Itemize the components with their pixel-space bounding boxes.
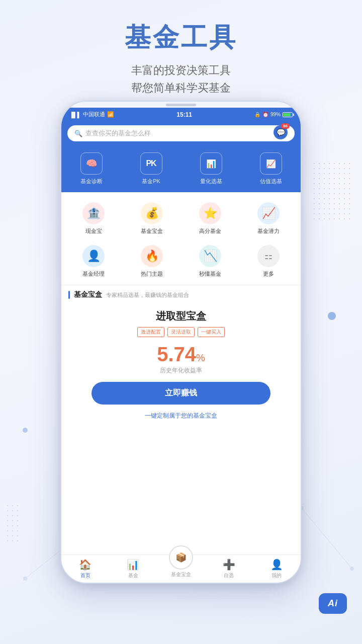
section-title: 基金宝盒 — [74, 290, 102, 299]
tool-label-valuation: 估值选基 — [260, 178, 282, 185]
nav-label-fund: 基金 — [128, 572, 138, 579]
battery-percent: 99% — [270, 112, 281, 117]
nav-label-watchlist: 自选 — [224, 572, 234, 579]
tool-label-quant: 量化选基 — [200, 178, 222, 185]
page-subtitle: 丰富的投资决策工具 帮您简单科学买基金 — [0, 61, 362, 97]
quick-icon-understand: 📉 — [199, 245, 221, 267]
quick-item-hot[interactable]: 🔥 热门主题 — [124, 242, 180, 283]
tool-item-pk[interactable]: PK 基金PK — [121, 152, 181, 185]
quick-label-potential: 基金潜力 — [257, 227, 280, 235]
tool-label-pk: 基金PK — [142, 178, 160, 185]
signal-icon: ▐▌▌ — [69, 112, 81, 118]
nav-item-fundbox[interactable]: 📦 基金宝盒 — [157, 557, 205, 580]
nav-label-home: 首页 — [80, 572, 90, 579]
fund-tags: 激进配置 灵活进取 一键买入 — [69, 327, 293, 337]
phone-mockup: ▐▌▌ 中国联通 📶 15:11 🔒 ⏰ 99% 🔍 查查你买的基金怎么样 💬 … — [60, 101, 302, 584]
message-badge[interactable]: 💬 86 — [274, 125, 290, 141]
search-icon: 🔍 — [74, 130, 82, 137]
quick-icon-cash: 🏦 — [82, 202, 105, 224]
fund-tag-3: 一键买入 — [198, 327, 225, 337]
message-icon-circle: 💬 86 — [274, 125, 288, 139]
svg-line-3 — [302, 508, 352, 569]
app-header: 🔍 查查你买的基金怎么样 💬 86 — [61, 121, 301, 147]
alarm-icon: ⏰ — [262, 112, 268, 117]
quick-item-more[interactable]: ⚏ 更多 — [240, 242, 297, 283]
nav-label-mine: 我的 — [272, 572, 282, 579]
message-icon: 💬 — [277, 128, 285, 136]
tool-item-quant[interactable]: 📊 量化选基 — [181, 152, 241, 185]
nav-item-mine[interactable]: 👤 我的 — [253, 555, 301, 582]
quick-item-understand[interactable]: 📉 秒懂基金 — [182, 242, 238, 283]
quick-access-grid: 🏦 现金宝 💰 基金宝盒 ⭐ 高分基金 📈 基金潜力 👤 基金经理 🔥 热 — [61, 192, 301, 285]
phone-top-bar — [61, 102, 301, 108]
fund-tag-2: 灵活进取 — [167, 327, 195, 337]
quick-icon-potential: 📈 — [257, 202, 280, 224]
message-count: 86 — [281, 123, 290, 129]
content-area: 🏦 现金宝 💰 基金宝盒 ⭐ 高分基金 📈 基金潜力 👤 基金经理 🔥 热 — [61, 192, 301, 427]
bg-decoration-circle1 — [328, 312, 336, 320]
quick-label-box: 基金宝盒 — [141, 227, 163, 235]
fund-tag-1: 激进配置 — [137, 327, 164, 337]
quick-item-cash[interactable]: 🏦 现金宝 — [65, 199, 122, 240]
bg-decoration-circle2 — [23, 428, 28, 433]
tool-item-valuation[interactable]: 📈 估值选基 — [241, 152, 301, 185]
quick-item-potential[interactable]: 📈 基金潜力 — [240, 199, 297, 240]
page-title: 基金工具 — [0, 20, 362, 55]
section-subtitle: 专家精品选基，最赚钱的基金组合 — [106, 291, 189, 299]
quick-item-box[interactable]: 💰 基金宝盒 — [124, 199, 180, 240]
search-placeholder[interactable]: 查查你买的基金怎么样 — [85, 129, 288, 138]
wifi-icon: 📶 — [107, 111, 114, 118]
quick-label-highscore: 高分基金 — [199, 227, 221, 235]
tool-icon-quant: 📊 — [200, 152, 222, 175]
tool-icons-row: 🧠 基金诊断 PK 基金PK 📊 量化选基 📈 估值选基 — [61, 147, 301, 192]
quick-icon-manager: 👤 — [82, 245, 105, 267]
carrier-name: 中国联通 — [83, 111, 105, 118]
nav-item-fund[interactable]: 📊 基金 — [109, 555, 157, 582]
status-left: ▐▌▌ 中国联通 📶 — [69, 111, 114, 118]
tool-item-diagnosis[interactable]: 🧠 基金诊断 — [61, 152, 121, 185]
watchlist-icon: ➕ — [223, 558, 235, 571]
nav-label-fundbox: 基金宝盒 — [171, 571, 191, 578]
fund-card-title: 进取型宝盒 — [69, 309, 293, 323]
quick-icon-box: 💰 — [141, 202, 163, 224]
quick-label-manager: 基金经理 — [82, 270, 105, 278]
mine-icon: 👤 — [270, 558, 283, 571]
page-header: 基金工具 丰富的投资决策工具 帮您简单科学买基金 — [0, 0, 362, 107]
ai-badge[interactable]: Ai — [319, 593, 347, 614]
quick-label-cash: 现金宝 — [85, 227, 102, 235]
quick-item-manager[interactable]: 👤 基金经理 — [65, 242, 122, 283]
section-header: 基金宝盒 专家精品选基，最赚钱的基金组合 — [61, 285, 301, 302]
svg-point-6 — [23, 577, 27, 581]
fund-card: 进取型宝盒 激进配置 灵活进取 一键买入 5.74% 历史年化收益率 立即赚钱 … — [61, 302, 301, 427]
fund-buy-button[interactable]: 立即赚钱 — [92, 382, 270, 405]
lock-icon: 🔒 — [254, 112, 260, 117]
fund-rate-unit: % — [196, 352, 205, 363]
quick-label-understand: 秒懂基金 — [199, 270, 221, 278]
tool-icon-valuation: 📈 — [260, 152, 282, 175]
quick-label-more: 更多 — [263, 270, 274, 278]
battery-icon — [283, 112, 293, 117]
tool-icon-diagnosis: 🧠 — [80, 152, 103, 175]
tool-icon-pk: PK — [140, 152, 162, 175]
quick-item-highscore[interactable]: ⭐ 高分基金 — [182, 199, 238, 240]
nav-item-home[interactable]: 🏠 首页 — [61, 555, 109, 582]
subtitle-line2: 帮您简单科学买基金 — [0, 79, 362, 97]
search-bar[interactable]: 🔍 查查你买的基金怎么样 💬 86 — [67, 125, 295, 141]
nav-center-button[interactable]: 📦 — [169, 545, 193, 570]
status-time: 15:11 — [176, 111, 192, 118]
status-bar: ▐▌▌ 中国联通 📶 15:11 🔒 ⏰ 99% — [61, 108, 301, 121]
nav-item-watchlist[interactable]: ➕ 自选 — [205, 555, 253, 582]
quick-label-hot: 热门主题 — [141, 270, 163, 278]
quick-icon-more: ⚏ — [257, 245, 280, 267]
svg-point-10 — [350, 567, 354, 571]
home-icon: 🏠 — [79, 558, 92, 571]
bg-decoration-dots-right — [312, 161, 352, 221]
fund-rate-value: 5.74 — [157, 343, 196, 365]
quick-icon-hot: 🔥 — [141, 245, 163, 267]
subtitle-line1: 丰富的投资决策工具 — [0, 61, 362, 79]
phone-speaker — [166, 104, 196, 106]
fund-rate-display: 5.74% — [69, 344, 293, 364]
tool-label-diagnosis: 基金诊断 — [80, 178, 103, 185]
fund-icon: 📊 — [127, 558, 139, 571]
fund-customize-link[interactable]: 一键定制属于您的基金宝盒 — [145, 412, 217, 419]
